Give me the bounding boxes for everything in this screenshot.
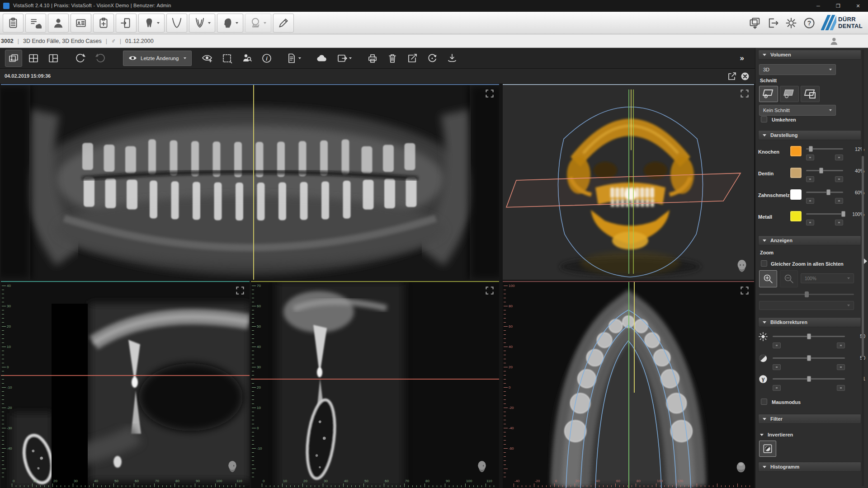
axial-reference-line[interactable]: [251, 379, 499, 380]
axial-view[interactable]: 100806040200-20-40-60 -40-20020406080100…: [503, 281, 754, 488]
material-opacity-slider[interactable]: [806, 148, 843, 150]
slider-left-button[interactable]: [773, 364, 781, 370]
volume-3d-view[interactable]: [503, 84, 754, 280]
selection-button[interactable]: [218, 50, 236, 67]
pen-button[interactable]: [273, 14, 294, 33]
slice-mode-2-button[interactable]: [780, 86, 799, 102]
slider-right-button[interactable]: [837, 385, 845, 391]
worklist-button[interactable]: [3, 14, 24, 33]
fullscreen-icon[interactable]: [741, 286, 749, 296]
slider-thumb[interactable]: [807, 376, 811, 382]
contrast-slider[interactable]: [773, 357, 845, 359]
axial-reference-line[interactable]: [1, 375, 250, 376]
slider-thumb[interactable]: [826, 189, 830, 195]
material-opacity-slider[interactable]: [806, 170, 843, 171]
material-opacity-slider[interactable]: [806, 192, 843, 193]
save-image-button[interactable]: [746, 14, 764, 33]
patient-info-icon[interactable]: [828, 36, 838, 47]
report-button[interactable]: [283, 50, 304, 67]
slider-right-button[interactable]: [837, 343, 845, 348]
split-layout-button[interactable]: [45, 50, 62, 67]
volume-mode-dropdown[interactable]: 3D: [759, 64, 836, 75]
help-button[interactable]: ?: [800, 14, 818, 33]
sagittal-reference-line[interactable]: [628, 282, 629, 488]
sidebar-flyout-arrow[interactable]: [864, 258, 867, 264]
same-zoom-checkbox[interactable]: [761, 260, 767, 267]
sidebar-scrollbar[interactable]: [862, 50, 864, 486]
tooth-button[interactable]: [138, 14, 165, 33]
section-darstellung[interactable]: Darstellung: [758, 130, 861, 140]
fullscreen-icon[interactable]: [236, 286, 244, 296]
slider-thumb[interactable]: [807, 355, 811, 361]
patient-name[interactable]: 3D Endo Fälle, 3D Endo Cases: [23, 38, 102, 44]
export-view-button[interactable]: [333, 50, 355, 67]
head-orientation-icon[interactable]: [227, 460, 238, 475]
zoom-in-button[interactable]: [759, 270, 777, 287]
slider-thumb[interactable]: [805, 291, 809, 297]
section-volumen[interactable]: Volumen: [758, 50, 861, 60]
slider-right-button[interactable]: [837, 364, 845, 370]
material-color-swatch[interactable]: [790, 211, 802, 222]
toolbar-expand-button[interactable]: »: [740, 54, 744, 63]
redo-button[interactable]: [92, 50, 109, 67]
rotate-button[interactable]: [424, 50, 441, 67]
minimize-button[interactable]: ─: [808, 0, 828, 12]
view-layout-button[interactable]: [5, 50, 22, 67]
section-bildkorrekturen[interactable]: Bildkorrekturen: [758, 317, 861, 327]
mouse-mode-checkbox[interactable]: [761, 399, 767, 405]
slider-right-button[interactable]: [835, 198, 843, 204]
brightness-slider[interactable]: [773, 336, 845, 337]
slice-mode-1-button[interactable]: [759, 86, 778, 102]
skull-lateral-button[interactable]: [245, 14, 271, 33]
fullscreen-icon[interactable]: [741, 89, 749, 99]
material-color-swatch[interactable]: [790, 189, 802, 200]
gamma-slider[interactable]: [773, 378, 845, 380]
material-opacity-slider[interactable]: [806, 213, 843, 215]
slider-left-button[interactable]: [773, 343, 781, 348]
section-histogramm[interactable]: Histogramm: [758, 462, 861, 472]
slider-left-button[interactable]: [773, 385, 781, 391]
section-filter[interactable]: Filter: [758, 414, 861, 424]
slice-mode-3-button[interactable]: [801, 86, 820, 102]
sagittal-view[interactable]: 403020100-10-20-30-40 010203040506070809…: [1, 281, 250, 488]
material-color-swatch[interactable]: [790, 167, 802, 178]
eye-add-button[interactable]: [198, 50, 216, 67]
crosshair-line[interactable]: [634, 282, 635, 393]
new-order-button[interactable]: [93, 14, 114, 33]
slider-thumb[interactable]: [809, 146, 813, 152]
patient-button[interactable]: [48, 14, 69, 33]
zoom-slider[interactable]: [759, 294, 854, 295]
close-view-icon[interactable]: [741, 72, 750, 83]
section-anzeigen[interactable]: Anzeigen: [758, 235, 861, 245]
head-profile-button[interactable]: [217, 14, 243, 33]
slider-thumb[interactable]: [819, 168, 823, 174]
import-document-button[interactable]: [116, 14, 137, 33]
invert-button[interactable]: [759, 441, 776, 457]
zoom-out-button[interactable]: [780, 270, 798, 287]
cut-type-dropdown[interactable]: Kein Schnitt: [759, 105, 836, 116]
settings-button[interactable]: [782, 14, 800, 33]
pano-crosshair-line[interactable]: [253, 85, 254, 280]
slider-left-button[interactable]: [806, 198, 814, 204]
scrollbar-thumb[interactable]: [862, 156, 864, 357]
export-button[interactable]: [764, 14, 782, 33]
invert-cut-checkbox[interactable]: [761, 116, 767, 122]
cross-section-view[interactable]: 706050403020100-10 010203040506070809010…: [251, 281, 499, 488]
head-orientation-icon[interactable]: [735, 461, 747, 476]
find-person-button[interactable]: [238, 50, 255, 67]
cloud-button[interactable]: [313, 50, 330, 67]
open-in-window-icon[interactable]: [727, 72, 736, 83]
slider-right-button[interactable]: [835, 176, 843, 182]
jaw-front-button[interactable]: [166, 14, 187, 33]
material-color-swatch[interactable]: [790, 145, 802, 157]
slider-left-button[interactable]: [806, 176, 814, 182]
patient-card-button[interactable]: [71, 14, 91, 33]
image-archive-button[interactable]: [25, 14, 46, 33]
edit-export-button[interactable]: [404, 50, 421, 67]
print-button[interactable]: [364, 50, 381, 67]
head-orientation-icon[interactable]: [476, 460, 487, 475]
grid-layout-button[interactable]: [25, 50, 42, 67]
slider-right-button[interactable]: [835, 155, 843, 160]
maximize-button[interactable]: ❐: [828, 0, 848, 12]
section-invertieren[interactable]: Invertieren: [758, 430, 861, 440]
